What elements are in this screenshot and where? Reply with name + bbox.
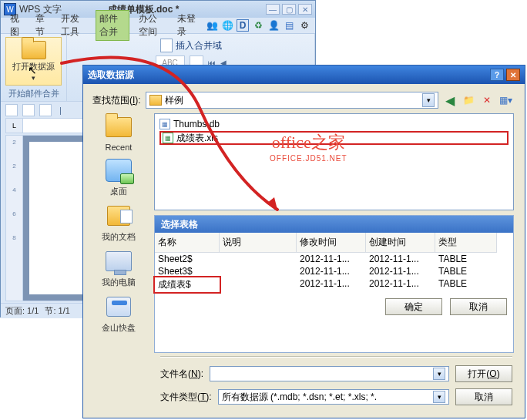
- sidebar-item-label: 金山快盘: [102, 322, 136, 334]
- file-name: Thumbs.db: [173, 119, 220, 129]
- cell-desc: [220, 277, 297, 292]
- filetype-value: 所有数据源 (*.mdb; *.dsn; *.et; *.xls; *.: [222, 391, 377, 404]
- folder-icon: [22, 41, 46, 59]
- sidebar-item-computer[interactable]: 我的电脑: [102, 247, 136, 288]
- quick-icon-1[interactable]: [5, 104, 18, 116]
- ribbon-tabs: 视图 章节 开发工具 邮件合并 办公空间 未登录 👥 🌐 D ♻ 👤 ▤ ⚙: [1, 18, 315, 33]
- table-body: Sheet2$ 2012-11-1... 2012-11-1... TABLE …: [155, 253, 513, 292]
- xls-file-icon: ▦: [163, 133, 173, 143]
- filetype-label: 文件类型(T):: [160, 391, 212, 404]
- lookin-label: 查找范围(I):: [92, 94, 141, 107]
- file-list[interactable]: ▦ Thumbs.db ▦ 成绩表.xls: [154, 113, 514, 210]
- d-icon[interactable]: D: [237, 19, 249, 32]
- maximize-icon[interactable]: ▢: [282, 4, 296, 15]
- quick-icon-2[interactable]: [22, 104, 35, 116]
- help-icon[interactable]: ?: [490, 69, 504, 81]
- quick-icon-3[interactable]: [39, 104, 52, 116]
- cell-type: TABLE: [435, 277, 497, 292]
- cell-created: 2012-11-1...: [366, 253, 435, 265]
- document-icon: [160, 39, 173, 52]
- db-file-icon: ▦: [159, 119, 170, 129]
- status-page: 页面: 1/1: [5, 305, 39, 317]
- ruler-mark: 8: [12, 234, 15, 241]
- computer-icon: [106, 251, 132, 271]
- file-item[interactable]: ▦ Thumbs.db: [159, 117, 509, 131]
- cell-name: 成绩表$: [155, 277, 220, 292]
- filename-combo[interactable]: ▾: [210, 366, 449, 381]
- cursor-icon: ↖: [28, 64, 37, 76]
- cancel-button[interactable]: 取消: [455, 388, 512, 405]
- mydocs-icon: [107, 206, 130, 226]
- places-sidebar: Recent 桌面 我的文档 我的电脑 金山快盘: [83, 113, 154, 353]
- cell-desc: [220, 265, 297, 277]
- desktop-icon: [106, 159, 132, 182]
- sidebar-item-docs[interactable]: 我的文档: [102, 202, 136, 243]
- select-table-panel: 选择表格 名称 说明 修改时间 创建时间 类型 Sheet2$ 2012-11-…: [154, 215, 514, 353]
- dialog-title: 选取数据源: [88, 69, 134, 82]
- select-datasource-dialog: 选取数据源 ? ✕ 查找范围(I): 样例 ▾ ◀ 📁 ✕ ▦▾ Recent …: [82, 65, 525, 418]
- sidebar-item-label: Recent: [106, 143, 133, 152]
- filetype-combo[interactable]: 所有数据源 (*.mdb; *.dsn; *.et; *.xls; *. ▾: [218, 389, 449, 405]
- refresh-icon[interactable]: ♻: [252, 19, 264, 32]
- lookin-combo[interactable]: 样例 ▾: [146, 92, 438, 109]
- ruler-mark: 4: [12, 186, 15, 193]
- status-section: 节: 1/1: [45, 305, 69, 317]
- back-icon[interactable]: ◀: [443, 93, 457, 107]
- table-cancel-button[interactable]: 取消: [450, 298, 507, 315]
- table-ok-button[interactable]: 确定: [385, 298, 442, 315]
- folder-icon: [106, 117, 132, 137]
- sidebar-item-label: 我的电脑: [102, 277, 136, 288]
- close-icon[interactable]: ✕: [298, 4, 312, 15]
- chevron-down-icon[interactable]: ▾: [433, 368, 445, 380]
- cell-modified: 2012-11-1...: [297, 265, 366, 277]
- col-modified[interactable]: 修改时间: [297, 233, 366, 253]
- minimize-icon[interactable]: —: [266, 4, 280, 15]
- chevron-down-icon[interactable]: ▾: [422, 93, 435, 107]
- table-row[interactable]: Sheet3$ 2012-11-1... 2012-11-1... TABLE: [155, 265, 513, 277]
- globe-icon[interactable]: 🌐: [221, 19, 233, 32]
- up-folder-icon[interactable]: 📁: [462, 93, 475, 107]
- cell-type: TABLE: [435, 265, 497, 277]
- bar-icon[interactable]: ▤: [283, 19, 295, 32]
- gear-icon[interactable]: ⚙: [298, 19, 310, 32]
- insert-merge-field-label: 插入合并域: [176, 39, 222, 52]
- filename-label: 文件名(N):: [160, 368, 203, 381]
- table-row-selected[interactable]: 成绩表$ 2012-11-1... 2012-11-1... TABLE: [155, 277, 513, 292]
- dialog-close-icon[interactable]: ✕: [506, 69, 520, 81]
- quick-sep: |: [59, 106, 62, 115]
- dialog-titlebar: 选取数据源 ? ✕: [83, 66, 525, 84]
- vertical-ruler: 2 2 4 6 8: [6, 136, 23, 301]
- insert-merge-field-button[interactable]: 插入合并域: [157, 37, 225, 54]
- cell-modified: 2012-11-1...: [297, 253, 366, 265]
- lookin-value: 样例: [165, 94, 183, 107]
- cell-desc: [220, 253, 297, 265]
- open-button[interactable]: 打开(O): [455, 365, 512, 382]
- file-name: 成绩表.xls: [176, 132, 218, 145]
- sidebar-item-clouddisk[interactable]: 金山快盘: [102, 293, 136, 334]
- open-datasource-button[interactable]: ↖ 打开数据源 ▾: [5, 37, 62, 86]
- col-desc[interactable]: 说明: [220, 233, 297, 253]
- folder-icon: [149, 95, 162, 106]
- views-icon[interactable]: ▦▾: [498, 93, 512, 107]
- ruler-corner: L: [6, 119, 23, 133]
- sidebar-item-desktop[interactable]: 桌面: [103, 156, 134, 197]
- table-row[interactable]: Sheet2$ 2012-11-1... 2012-11-1... TABLE: [155, 253, 513, 265]
- table-header: 名称 说明 修改时间 创建时间 类型: [155, 233, 513, 253]
- chevron-down-icon[interactable]: ▾: [433, 391, 445, 403]
- file-item-selected[interactable]: ▦ 成绩表.xls: [159, 131, 509, 145]
- cell-type: TABLE: [435, 253, 497, 265]
- col-name[interactable]: 名称: [155, 233, 220, 253]
- col-created[interactable]: 创建时间: [366, 233, 435, 253]
- separator: [160, 356, 512, 358]
- sidebar-item-label: 桌面: [110, 186, 127, 197]
- cell-created: 2012-11-1...: [366, 265, 435, 277]
- sidebar-item-recent[interactable]: Recent: [103, 113, 134, 152]
- person-icon[interactable]: 👤: [267, 19, 280, 32]
- sidebar-item-label: 我的文档: [102, 231, 136, 243]
- col-type[interactable]: 类型: [435, 233, 497, 253]
- delete-icon[interactable]: ✕: [480, 93, 494, 107]
- cell-name: Sheet3$: [155, 265, 220, 277]
- people-icon[interactable]: 👥: [206, 19, 218, 32]
- cell-created: 2012-11-1...: [366, 277, 435, 292]
- group-start-mailmerge: 开始邮件合并: [8, 88, 59, 99]
